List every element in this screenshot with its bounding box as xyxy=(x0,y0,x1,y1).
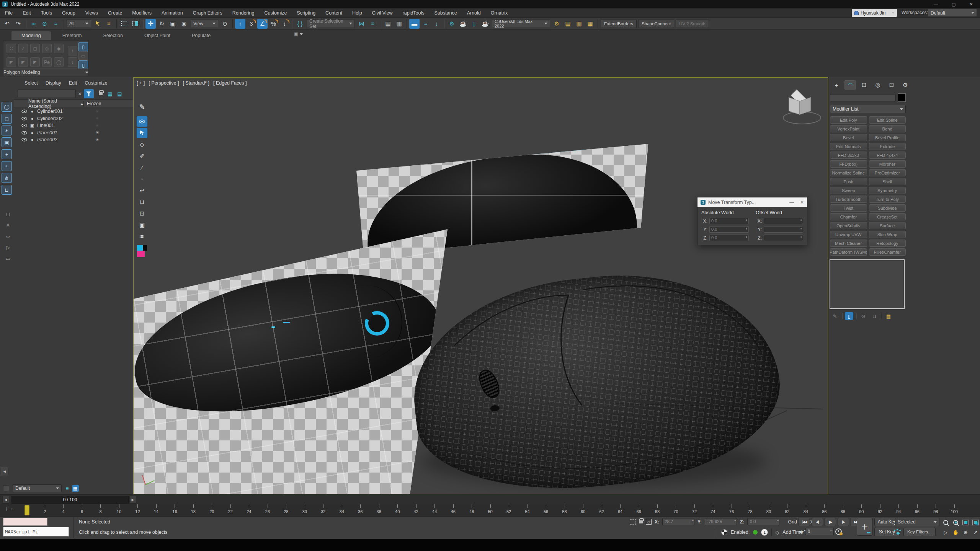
modifier-button[interactable]: Turn to Poly xyxy=(869,196,906,203)
menu-item[interactable]: Content xyxy=(320,8,347,18)
hierarchy-tab[interactable]: ⊟ xyxy=(858,80,870,90)
frozen-icon[interactable]: ✳ xyxy=(85,109,99,114)
move-transform-typein-dialog[interactable]: 3 Move Transform Typ... — ✕ Absolute:Wor… xyxy=(697,197,807,245)
modifier-button[interactable]: Surface xyxy=(869,222,906,229)
pin-stack-icon[interactable]: ✎ xyxy=(831,312,839,320)
ribbon-tool-icon[interactable]: ◇ xyxy=(42,44,52,53)
modifier-button[interactable]: OpenSubdiv xyxy=(830,222,867,229)
modify-tab[interactable]: ◠ xyxy=(844,80,856,90)
transform-gizmo-icon[interactable]: ◇ xyxy=(646,519,652,525)
dialog-title-bar[interactable]: 3 Move Transform Typ... — ✕ xyxy=(697,197,807,207)
explorer-preset-dropdown[interactable]: Default xyxy=(13,484,62,492)
object-name[interactable]: Plane001 xyxy=(37,130,82,135)
ribbon-tool-icon[interactable]: ◤ xyxy=(18,57,28,67)
previous-key-button[interactable]: ◀| xyxy=(812,518,823,526)
menu-item[interactable]: Edit xyxy=(18,8,36,18)
modifier-button[interactable]: Subdivide xyxy=(869,204,906,212)
visibility-eye-icon[interactable] xyxy=(21,109,27,113)
viewport-label-segment[interactable]: [ + ] xyxy=(137,80,145,86)
zoom-extents-icon[interactable] xyxy=(961,518,970,527)
visibility-eye-icon[interactable] xyxy=(21,131,27,135)
schematic-view-icon[interactable]: ↓ xyxy=(431,19,442,29)
lock-icon[interactable] xyxy=(99,92,103,95)
modifier-list-dropdown[interactable]: Modifier List xyxy=(830,105,906,113)
track-bar[interactable]: ⁞ ≈ 246810121416182022242628303234363840… xyxy=(0,504,980,517)
ribbon-tool-icon[interactable]: Pe xyxy=(42,57,52,67)
visibility-eye-icon[interactable] xyxy=(21,124,27,127)
rectangular-selection-region-icon[interactable] xyxy=(119,19,129,29)
time-configuration-icon[interactable] xyxy=(835,528,842,535)
tag-icon[interactable]: ◇ xyxy=(137,139,147,150)
window-crossing-icon[interactable] xyxy=(130,19,140,29)
maximize-button[interactable]: ▢ xyxy=(945,0,962,8)
select-object-icon[interactable] xyxy=(93,19,103,29)
ribbon-tool-icon[interactable]: ◤ xyxy=(30,57,40,67)
modifier-button[interactable]: Chamfer xyxy=(830,213,867,220)
modifier-button[interactable]: ProOptimizer xyxy=(869,169,906,176)
frozen-icon[interactable]: ✳ xyxy=(85,130,99,135)
modifier-button[interactable]: FFD 3x3x3 xyxy=(830,152,867,159)
marker-pen-icon[interactable]: ✎ xyxy=(139,103,145,111)
modifier-button[interactable]: Bend xyxy=(869,125,906,132)
modifier-button[interactable]: Normalize Spline xyxy=(830,169,867,176)
menu-item[interactable]: Civil View xyxy=(367,8,398,18)
frame-marker[interactable] xyxy=(24,505,29,515)
render-setup-icon[interactable]: ☕ xyxy=(458,19,468,29)
scene-script-icon-1[interactable]: ⚙ xyxy=(552,19,562,29)
selection-lock-icon[interactable] xyxy=(639,520,643,523)
modifier-button[interactable]: CreaseSet xyxy=(869,213,906,220)
viewport-label-segment[interactable]: [ Standard* ] xyxy=(183,80,209,86)
dialog-close-icon[interactable]: ✕ xyxy=(800,200,804,205)
menu-item[interactable]: Animation xyxy=(157,8,188,18)
key-mode-toggle-icon[interactable]: ◀▶ xyxy=(799,530,804,533)
motion-tab[interactable]: ◎ xyxy=(872,80,884,90)
modifier-button[interactable]: TurboSmooth xyxy=(830,196,867,203)
play-button[interactable]: ▶ xyxy=(825,518,836,526)
time-slider[interactable]: 0 / 100 xyxy=(11,496,129,504)
menu-item[interactable]: Help xyxy=(347,8,367,18)
scene-script-icon-3[interactable]: ▥ xyxy=(574,19,584,29)
display-filter-icon[interactable]: ⋔ xyxy=(2,173,12,183)
color-palette-swatch[interactable] xyxy=(137,245,147,259)
point-icon[interactable]: · xyxy=(137,174,147,184)
toggle-ribbon-icon[interactable]: ▬ xyxy=(409,19,420,29)
timeline-units-icon[interactable] xyxy=(721,529,727,535)
scene-script-icon-4[interactable]: ▦ xyxy=(585,19,595,29)
explorer-menu-item[interactable]: Select xyxy=(21,80,41,86)
layer-badge[interactable]: 1 xyxy=(761,529,768,536)
projector-icon[interactable]: ⊡ xyxy=(137,208,147,218)
minimize-button[interactable]: — xyxy=(927,0,945,8)
menu-item[interactable]: Customize xyxy=(259,8,292,18)
go-to-start-button[interactable]: |◀◀ xyxy=(799,518,810,526)
frozen-icon[interactable]: ✳ xyxy=(85,137,99,142)
maxscript-mini-listener-white[interactable]: MAXScript Mi xyxy=(3,527,69,536)
display-toggle-icon[interactable]: ▭ xyxy=(6,256,10,261)
modifier-button[interactable]: Unwrap UVW xyxy=(830,231,867,238)
modifier-button[interactable]: FFD(box) xyxy=(830,160,867,168)
display-toggle-icon[interactable]: ✳ xyxy=(6,222,10,228)
frozen-column-header[interactable]: Frozen xyxy=(83,101,133,106)
absolute-axis-field[interactable]: 0.0 xyxy=(709,226,749,233)
modifier-button[interactable]: PathDeform (WSM) xyxy=(830,248,867,256)
menu-item[interactable]: File xyxy=(0,8,18,18)
dialog-minimize-icon[interactable]: — xyxy=(789,200,794,205)
select-and-rotate-icon[interactable]: ↻ xyxy=(157,19,167,29)
orbit-icon[interactable]: ⊕ xyxy=(961,528,970,537)
previous-frame-button[interactable]: ◀ xyxy=(2,496,9,504)
menu-item[interactable]: Group xyxy=(57,8,80,18)
ribbon-tool-icon[interactable]: ◤ xyxy=(7,57,16,67)
menu-item[interactable]: Substance xyxy=(430,8,462,18)
filter-funnel-button[interactable] xyxy=(84,89,94,98)
pencil-icon[interactable]: ✐ xyxy=(137,151,147,161)
see-through-eye-icon[interactable] xyxy=(137,116,147,127)
ribbon-tool-icon[interactable]: ◻ xyxy=(30,44,40,53)
wireframe-mouse-mesh[interactable] xyxy=(406,272,793,494)
custom-script-button[interactable]: UV 2 Smooth xyxy=(676,19,709,28)
object-list-row[interactable]: ● Plane002 ✳ xyxy=(14,136,133,143)
maxscript-mini-listener-pink[interactable] xyxy=(3,518,47,526)
explorer-menu-item[interactable]: Display xyxy=(42,80,64,86)
user-account-menu[interactable]: Hyunsuk Jin xyxy=(852,9,897,17)
display-toggle-icon[interactable]: ◻ xyxy=(6,211,10,217)
measure-icon[interactable]: ∕ xyxy=(137,162,147,173)
modifier-button[interactable]: Bevel xyxy=(830,134,867,141)
